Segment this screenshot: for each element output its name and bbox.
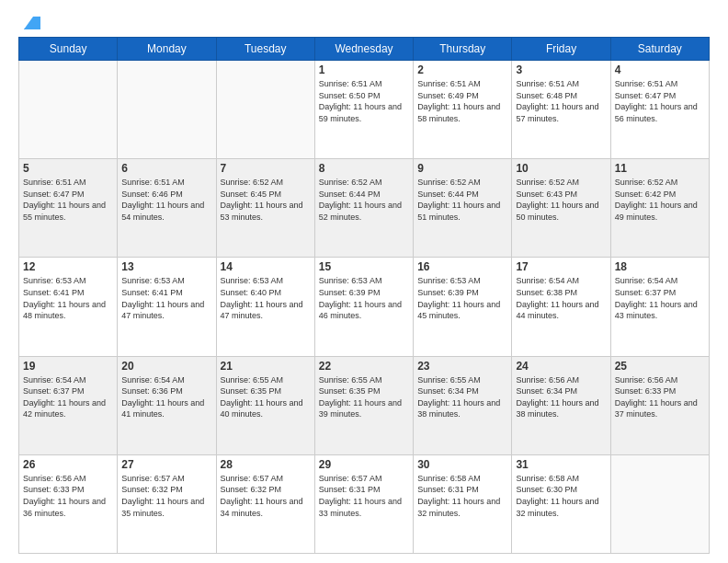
- day-info: Sunrise: 6:54 AM Sunset: 6:37 PM Dayligh…: [615, 275, 705, 321]
- day-info: Sunrise: 6:56 AM Sunset: 6:33 PM Dayligh…: [615, 374, 705, 420]
- day-number: 8: [319, 162, 409, 175]
- day-info: Sunrise: 6:51 AM Sunset: 6:47 PM Dayligh…: [615, 78, 705, 124]
- calendar-cell: 25Sunrise: 6:56 AM Sunset: 6:33 PM Dayli…: [610, 356, 709, 454]
- day-info: Sunrise: 6:54 AM Sunset: 6:37 PM Dayligh…: [23, 374, 113, 420]
- day-number: 25: [615, 360, 705, 373]
- day-number: 11: [615, 162, 705, 175]
- calendar-cell: 5Sunrise: 6:51 AM Sunset: 6:47 PM Daylig…: [19, 159, 118, 258]
- day-number: 20: [121, 360, 211, 373]
- calendar-cell: 19Sunrise: 6:54 AM Sunset: 6:37 PM Dayli…: [19, 356, 118, 454]
- calendar-cell: 1Sunrise: 6:51 AM Sunset: 6:50 PM Daylig…: [314, 61, 413, 159]
- day-info: Sunrise: 6:53 AM Sunset: 6:39 PM Dayligh…: [319, 275, 409, 321]
- day-number: 9: [417, 162, 507, 175]
- day-info: Sunrise: 6:55 AM Sunset: 6:35 PM Dayligh…: [221, 374, 311, 420]
- day-info: Sunrise: 6:56 AM Sunset: 6:33 PM Dayligh…: [23, 473, 113, 519]
- calendar-cell: 13Sunrise: 6:53 AM Sunset: 6:41 PM Dayli…: [118, 258, 216, 356]
- calendar-cell: 22Sunrise: 6:55 AM Sunset: 6:35 PM Dayli…: [314, 356, 413, 454]
- day-number: 31: [516, 458, 606, 471]
- day-number: 1: [319, 63, 409, 76]
- day-number: 15: [319, 260, 409, 273]
- day-info: Sunrise: 6:54 AM Sunset: 6:36 PM Dayligh…: [121, 374, 211, 420]
- calendar-row-2: 5Sunrise: 6:51 AM Sunset: 6:47 PM Daylig…: [19, 159, 710, 258]
- calendar-header-saturday: Saturday: [610, 38, 709, 61]
- day-info: Sunrise: 6:51 AM Sunset: 6:47 PM Dayligh…: [23, 177, 113, 223]
- day-number: 14: [221, 260, 311, 273]
- day-info: Sunrise: 6:55 AM Sunset: 6:34 PM Dayligh…: [417, 374, 507, 420]
- day-info: Sunrise: 6:58 AM Sunset: 6:30 PM Dayligh…: [516, 473, 606, 519]
- calendar-cell: 11Sunrise: 6:52 AM Sunset: 6:42 PM Dayli…: [610, 159, 709, 258]
- day-number: 23: [417, 360, 507, 373]
- day-number: 13: [121, 260, 211, 273]
- day-number: 18: [615, 260, 705, 273]
- day-number: 27: [121, 458, 211, 471]
- day-info: Sunrise: 6:53 AM Sunset: 6:39 PM Dayligh…: [417, 275, 507, 321]
- day-info: Sunrise: 6:51 AM Sunset: 6:50 PM Dayligh…: [319, 78, 409, 124]
- calendar-header-wednesday: Wednesday: [314, 38, 413, 61]
- calendar-cell: [118, 61, 216, 159]
- calendar-row-3: 12Sunrise: 6:53 AM Sunset: 6:41 PM Dayli…: [19, 258, 710, 356]
- calendar-cell: 4Sunrise: 6:51 AM Sunset: 6:47 PM Daylig…: [610, 61, 709, 159]
- day-number: 21: [221, 360, 311, 373]
- calendar-cell: 29Sunrise: 6:57 AM Sunset: 6:31 PM Dayli…: [314, 454, 413, 553]
- day-info: Sunrise: 6:52 AM Sunset: 6:44 PM Dayligh…: [319, 177, 409, 223]
- day-info: Sunrise: 6:58 AM Sunset: 6:31 PM Dayligh…: [417, 473, 507, 519]
- day-number: 6: [121, 162, 211, 175]
- header: [18, 17, 710, 28]
- day-info: Sunrise: 6:57 AM Sunset: 6:32 PM Dayligh…: [221, 473, 311, 519]
- calendar-header-sunday: Sunday: [19, 38, 118, 61]
- calendar-cell: 7Sunrise: 6:52 AM Sunset: 6:45 PM Daylig…: [216, 159, 314, 258]
- day-info: Sunrise: 6:52 AM Sunset: 6:45 PM Dayligh…: [221, 177, 311, 223]
- day-number: 4: [615, 63, 705, 76]
- day-number: 5: [23, 162, 113, 175]
- calendar-cell: 9Sunrise: 6:52 AM Sunset: 6:44 PM Daylig…: [414, 159, 512, 258]
- calendar-cell: 30Sunrise: 6:58 AM Sunset: 6:31 PM Dayli…: [414, 454, 512, 553]
- calendar-cell: 15Sunrise: 6:53 AM Sunset: 6:39 PM Dayli…: [314, 258, 413, 356]
- day-number: 29: [319, 458, 409, 471]
- day-number: 19: [23, 360, 113, 373]
- calendar-cell: 2Sunrise: 6:51 AM Sunset: 6:49 PM Daylig…: [414, 61, 512, 159]
- day-number: 26: [23, 458, 113, 471]
- day-number: 17: [516, 260, 606, 273]
- calendar-cell: [610, 454, 709, 553]
- day-info: Sunrise: 6:55 AM Sunset: 6:35 PM Dayligh…: [319, 374, 409, 420]
- day-number: 24: [516, 360, 606, 373]
- day-number: 28: [221, 458, 311, 471]
- day-number: 10: [516, 162, 606, 175]
- day-number: 12: [23, 260, 113, 273]
- day-info: Sunrise: 6:52 AM Sunset: 6:44 PM Dayligh…: [417, 177, 507, 223]
- calendar-cell: 20Sunrise: 6:54 AM Sunset: 6:36 PM Dayli…: [118, 356, 216, 454]
- day-info: Sunrise: 6:52 AM Sunset: 6:43 PM Dayligh…: [516, 177, 606, 223]
- calendar-cell: 14Sunrise: 6:53 AM Sunset: 6:40 PM Dayli…: [216, 258, 314, 356]
- calendar-cell: 8Sunrise: 6:52 AM Sunset: 6:44 PM Daylig…: [314, 159, 413, 258]
- day-info: Sunrise: 6:57 AM Sunset: 6:32 PM Dayligh…: [121, 473, 211, 519]
- calendar-cell: 27Sunrise: 6:57 AM Sunset: 6:32 PM Dayli…: [118, 454, 216, 553]
- logo-icon: [20, 13, 40, 33]
- svg-marker-1: [24, 17, 40, 29]
- day-info: Sunrise: 6:57 AM Sunset: 6:31 PM Dayligh…: [319, 473, 409, 519]
- day-number: 2: [417, 63, 507, 76]
- calendar-cell: 26Sunrise: 6:56 AM Sunset: 6:33 PM Dayli…: [19, 454, 118, 553]
- calendar-cell: 12Sunrise: 6:53 AM Sunset: 6:41 PM Dayli…: [19, 258, 118, 356]
- calendar-header-monday: Monday: [118, 38, 216, 61]
- day-info: Sunrise: 6:52 AM Sunset: 6:42 PM Dayligh…: [615, 177, 705, 223]
- calendar-row-1: 1Sunrise: 6:51 AM Sunset: 6:50 PM Daylig…: [19, 61, 710, 159]
- day-info: Sunrise: 6:51 AM Sunset: 6:49 PM Dayligh…: [417, 78, 507, 124]
- calendar-cell: 21Sunrise: 6:55 AM Sunset: 6:35 PM Dayli…: [216, 356, 314, 454]
- day-number: 7: [221, 162, 311, 175]
- calendar-cell: 6Sunrise: 6:51 AM Sunset: 6:46 PM Daylig…: [118, 159, 216, 258]
- logo: [18, 17, 40, 28]
- day-info: Sunrise: 6:51 AM Sunset: 6:46 PM Dayligh…: [121, 177, 211, 223]
- day-number: 16: [417, 260, 507, 273]
- calendar-cell: 18Sunrise: 6:54 AM Sunset: 6:37 PM Dayli…: [610, 258, 709, 356]
- calendar-cell: 16Sunrise: 6:53 AM Sunset: 6:39 PM Dayli…: [414, 258, 512, 356]
- calendar-cell: 28Sunrise: 6:57 AM Sunset: 6:32 PM Dayli…: [216, 454, 314, 553]
- calendar-cell: [216, 61, 314, 159]
- calendar-header-friday: Friday: [512, 38, 610, 61]
- day-info: Sunrise: 6:53 AM Sunset: 6:41 PM Dayligh…: [23, 275, 113, 321]
- day-info: Sunrise: 6:53 AM Sunset: 6:41 PM Dayligh…: [121, 275, 211, 321]
- calendar-header-thursday: Thursday: [414, 38, 512, 61]
- calendar-cell: 31Sunrise: 6:58 AM Sunset: 6:30 PM Dayli…: [512, 454, 610, 553]
- calendar-row-4: 19Sunrise: 6:54 AM Sunset: 6:37 PM Dayli…: [19, 356, 710, 454]
- day-info: Sunrise: 6:51 AM Sunset: 6:48 PM Dayligh…: [516, 78, 606, 124]
- calendar-cell: [19, 61, 118, 159]
